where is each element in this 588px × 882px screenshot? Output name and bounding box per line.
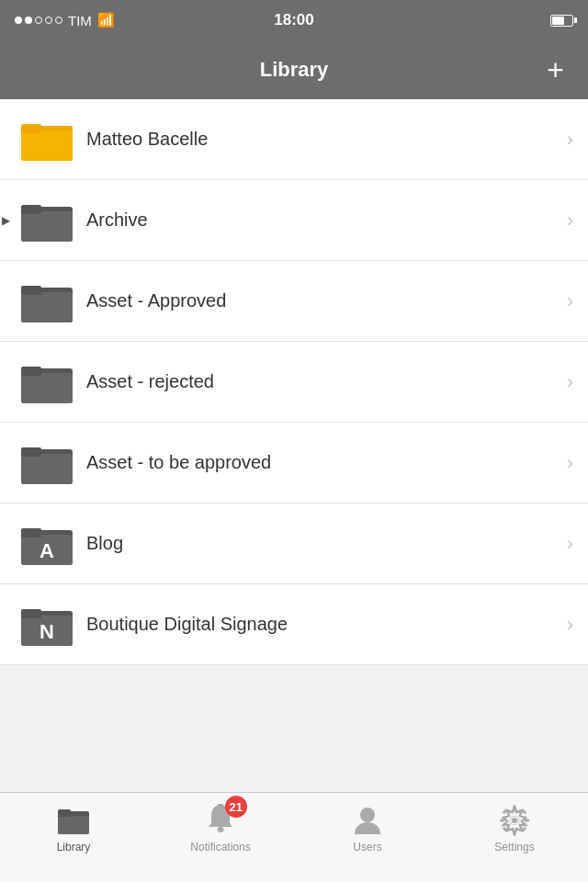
folder-svg-blog: A (21, 523, 73, 565)
list-item[interactable]: Matteo Bacelle › (0, 99, 588, 180)
tab-label-users: Users (353, 841, 381, 854)
item-label-boutique: Boutique Digital Signage (86, 614, 560, 635)
tab-users[interactable]: Users (294, 802, 441, 854)
time-display: 18:00 (274, 11, 313, 29)
signal-dot-5 (55, 17, 62, 24)
chevron-icon: › (567, 289, 573, 313)
list-item[interactable]: N Boutique Digital Signage › (0, 584, 588, 665)
svg-text:N: N (40, 620, 54, 643)
folder-svg-dark (21, 280, 73, 322)
tab-settings[interactable]: Settings (441, 802, 588, 854)
signal-dot-3 (35, 17, 42, 24)
svg-rect-3 (21, 124, 41, 133)
list-item[interactable]: Asset - rejected › (0, 342, 588, 423)
svg-rect-36 (525, 820, 529, 822)
chevron-icon: › (567, 532, 573, 556)
folder-svg-dark (21, 361, 73, 403)
svg-text:A: A (40, 539, 54, 562)
tab-label-notifications: Notifications (190, 841, 250, 854)
signal-dot-4 (45, 17, 52, 24)
svg-point-42 (512, 818, 517, 823)
svg-rect-34 (514, 831, 516, 835)
svg-rect-18 (21, 528, 41, 537)
library-tab-icon (57, 804, 90, 837)
notifications-tab-icon: 21 (204, 804, 237, 837)
svg-rect-8 (21, 292, 73, 322)
folder-icon-matteo (15, 119, 79, 161)
tab-label-library: Library (57, 841, 91, 854)
tab-label-settings: Settings (494, 841, 534, 854)
svg-rect-12 (21, 367, 41, 376)
svg-point-29 (360, 808, 375, 822)
battery-indicator (550, 15, 573, 27)
item-label-archive: Archive (86, 209, 560, 231)
svg-rect-15 (21, 447, 41, 457)
list-item[interactable]: Asset - to be approved › (0, 423, 588, 503)
item-label-rejected: Asset - rejected (86, 371, 560, 392)
add-button[interactable]: + (539, 51, 571, 88)
library-list: Matteo Bacelle › ▶ Archive › Asset - App… (0, 99, 588, 665)
svg-rect-14 (21, 454, 73, 484)
svg-rect-35 (500, 820, 504, 822)
list-item[interactable]: A Blog › (0, 503, 588, 584)
svg-rect-9 (21, 286, 41, 295)
svg-rect-22 (21, 609, 41, 618)
signal-dot-1 (15, 17, 22, 24)
tab-bar: Library 21 Notifications Users (0, 792, 588, 882)
tab-library[interactable]: Library (0, 802, 147, 854)
folder-icon-blog: A (15, 523, 79, 565)
folder-icon-archive (15, 199, 79, 242)
chevron-icon: › (567, 128, 573, 152)
svg-point-27 (218, 827, 224, 832)
carrier-label: TIM (68, 13, 92, 28)
chevron-icon: › (567, 209, 573, 232)
settings-tab-icon (498, 804, 531, 837)
chevron-icon: › (567, 451, 573, 475)
folder-svg-dark (21, 442, 73, 484)
folder-icon-rejected (15, 361, 79, 403)
navigation-bar: Library + (0, 40, 588, 99)
folder-icon-tba (15, 442, 79, 484)
tab-notifications[interactable]: 21 Notifications (147, 802, 294, 854)
item-label-tba: Asset - to be approved (86, 452, 560, 473)
chevron-icon: › (567, 613, 573, 637)
svg-rect-5 (21, 211, 73, 242)
signal-dot-2 (25, 17, 32, 24)
list-item[interactable]: Asset - Approved › (0, 261, 588, 342)
svg-rect-11 (21, 373, 73, 403)
folder-svg-boutique: N (21, 604, 73, 646)
svg-rect-25 (58, 816, 89, 834)
svg-rect-6 (21, 205, 41, 214)
item-label-approved: Asset - Approved (86, 290, 560, 311)
wifi-icon: 📶 (97, 12, 115, 28)
svg-rect-2 (21, 130, 73, 161)
status-bar: TIM 📶 18:00 (0, 0, 588, 40)
chevron-icon: › (567, 370, 573, 394)
folder-svg-dark (21, 199, 73, 242)
users-tab-icon (351, 804, 384, 837)
item-label-blog: Blog (86, 533, 560, 554)
folder-svg-orange (21, 119, 73, 161)
svg-rect-33 (514, 806, 516, 810)
list-item[interactable]: ▶ Archive › (0, 180, 588, 261)
folder-icon-approved (15, 280, 79, 322)
page-title: Library (260, 58, 329, 82)
expand-arrow-icon: ▶ (2, 214, 10, 227)
svg-rect-26 (58, 809, 71, 817)
notification-badge: 21 (225, 796, 247, 818)
item-label-matteo: Matteo Bacelle (86, 129, 560, 150)
folder-icon-boutique: N (15, 604, 79, 646)
